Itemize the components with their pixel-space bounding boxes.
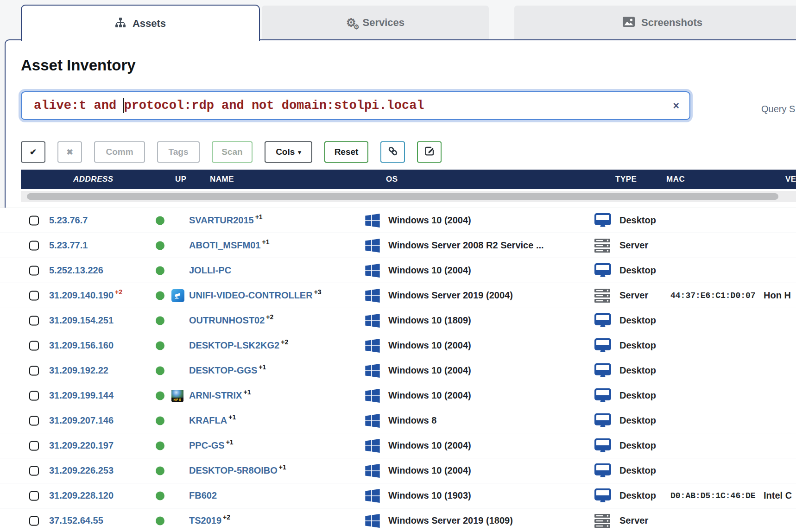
column-header-up[interactable]: UP <box>175 170 187 189</box>
table-row: 31.209.154.251 HFS <box>0 308 796 333</box>
columns-dropdown-button[interactable]: Cols ▾ <box>265 141 312 163</box>
chevron-down-icon: ▾ <box>298 149 301 156</box>
scrollbar-thumb[interactable] <box>27 193 778 200</box>
address-link[interactable]: 31.209.154.251 <box>49 315 114 326</box>
windows-logo-icon <box>365 339 380 353</box>
address-link[interactable]: 5.23.77.1 <box>49 240 88 251</box>
tab-services[interactable]: ⚙⚙ Services <box>262 6 489 39</box>
page-title: Asset Inventory <box>21 57 136 74</box>
column-header-address[interactable]: ADDRESS <box>73 170 114 189</box>
row-checkbox[interactable] <box>29 341 39 350</box>
cancel-selection-button[interactable]: ✖ <box>57 141 82 163</box>
asset-name-link[interactable]: DESKTOP-5R8OIBO <box>189 465 278 476</box>
bulk-edit-button[interactable] <box>417 141 442 163</box>
address-link[interactable]: 31.209.207.146 <box>49 415 114 426</box>
reset-button[interactable]: Reset <box>324 141 368 163</box>
type-label: Desktop <box>619 490 656 501</box>
query-search-input[interactable]: alive:t and protocol:rdp and not domain:… <box>21 91 690 120</box>
name-extra-count[interactable]: +3 <box>314 288 322 296</box>
row-checkbox[interactable] <box>29 316 39 325</box>
column-header-os[interactable]: OS <box>386 170 398 189</box>
name-extra-count[interactable]: +1 <box>279 463 286 471</box>
name-extra-count[interactable]: +1 <box>259 363 266 371</box>
clear-query-icon[interactable]: × <box>673 101 679 111</box>
copy-link-button[interactable] <box>380 141 405 163</box>
asset-name-link[interactable]: OUTRUNHOST02 <box>189 315 265 326</box>
address-link[interactable]: 31.209.226.253 <box>49 465 114 476</box>
windows-logo-icon <box>365 414 380 428</box>
address-link[interactable]: 31.209.156.160 <box>49 340 114 351</box>
table-row: 31.209.228.120 HFS <box>0 483 796 508</box>
os-label: Windows 10 (2004) <box>388 340 471 351</box>
up-status-dot <box>156 466 164 475</box>
asset-name-link[interactable]: SVARTUR2015 <box>189 215 254 226</box>
table-row: 31.209.199.144 HFS <box>0 383 796 408</box>
asset-name-link[interactable]: JOLLI-PC <box>189 265 231 276</box>
address-link[interactable]: 5.252.13.226 <box>49 265 103 276</box>
horizontal-scrollbar[interactable] <box>21 191 796 202</box>
row-checkbox[interactable] <box>29 366 39 375</box>
name-extra-count[interactable]: +2 <box>266 313 273 321</box>
type-label: Server <box>619 290 648 301</box>
sitemap-icon <box>115 17 126 30</box>
column-header-vendor[interactable]: VENDOR <box>785 170 796 189</box>
edit-icon <box>424 146 435 159</box>
row-checkbox[interactable] <box>29 416 39 425</box>
up-status-dot <box>156 216 164 225</box>
row-checkbox[interactable] <box>29 266 39 275</box>
address-link[interactable]: 31.209.192.22 <box>49 365 108 376</box>
column-header-type[interactable]: TYPE <box>615 170 637 189</box>
column-header-name[interactable]: NAME <box>210 170 234 189</box>
up-status-dot <box>156 341 164 350</box>
asset-name-link[interactable]: KRAFLA <box>189 415 227 426</box>
address-link[interactable]: 31.209.199.144 <box>49 390 114 401</box>
os-label: Windows 10 (2004) <box>388 215 471 226</box>
mac-address: D0:AB:D5:1C:46:DE <box>670 483 756 508</box>
tags-button[interactable]: Tags <box>157 141 200 163</box>
name-extra-count[interactable]: +1 <box>226 438 234 446</box>
address-link[interactable]: 31.209.140.190 <box>49 290 114 301</box>
name-extra-count[interactable]: +1 <box>243 388 251 396</box>
row-checkbox[interactable] <box>29 215 39 225</box>
row-checkbox[interactable] <box>29 491 39 500</box>
row-checkbox[interactable] <box>29 241 39 250</box>
query-text[interactable]: alive:t and protocol:rdp and not domain:… <box>34 98 673 113</box>
address-extra-count[interactable]: +2 <box>115 288 122 296</box>
asset-name-link[interactable]: TS2019 <box>189 515 221 526</box>
asset-name-link[interactable]: DESKTOP-LSK2KG2 <box>189 340 279 351</box>
column-header-mac[interactable]: MAC <box>666 170 685 189</box>
address-link[interactable]: 31.209.228.120 <box>49 490 114 501</box>
type-label: Desktop <box>619 440 656 451</box>
desktop-monitor-icon <box>594 363 611 378</box>
windows-logo-icon <box>365 389 380 403</box>
name-extra-count[interactable]: +2 <box>281 338 288 346</box>
row-checkbox[interactable] <box>29 441 39 450</box>
address-link[interactable]: 5.23.76.7 <box>49 215 88 226</box>
comm-button[interactable]: Comm <box>94 141 145 163</box>
row-checkbox[interactable] <box>29 516 39 526</box>
name-extra-count[interactable]: +1 <box>262 238 269 246</box>
asset-name-link[interactable]: PPC-GS <box>189 440 225 451</box>
row-checkbox[interactable] <box>29 391 39 400</box>
tab-screenshots[interactable]: Screenshots <box>514 6 796 39</box>
name-extra-count[interactable]: +1 <box>228 413 236 421</box>
desktop-monitor-icon <box>594 413 611 428</box>
scan-button[interactable]: Scan <box>212 141 253 163</box>
asset-name-link[interactable]: ARNI-STRIX <box>189 390 242 401</box>
type-label: Desktop <box>619 465 656 476</box>
address-link[interactable]: 31.209.220.197 <box>49 440 114 451</box>
address-link[interactable]: 37.152.64.55 <box>49 515 103 526</box>
query-syntax-link[interactable]: Query S <box>761 104 795 114</box>
confirm-selection-button[interactable]: ✔ <box>21 141 45 163</box>
name-extra-count[interactable]: +1 <box>255 213 263 221</box>
asset-name-link[interactable]: FB602 <box>189 490 217 501</box>
asset-name-link[interactable]: UNIFI-VIDEO-CONTROLLER <box>189 290 313 301</box>
asset-name-link[interactable]: ABOTI_MSFM01 <box>189 240 260 251</box>
mac-address: 44:37:E6:C1:D0:07 <box>670 283 756 308</box>
asset-name-link[interactable]: DESKTOP-GGS <box>189 365 257 376</box>
tab-assets[interactable]: Assets <box>21 5 260 41</box>
name-extra-count[interactable]: +2 <box>223 513 230 521</box>
row-checkbox[interactable] <box>29 291 39 300</box>
windows-logo-icon <box>365 289 380 303</box>
row-checkbox[interactable] <box>29 466 39 475</box>
